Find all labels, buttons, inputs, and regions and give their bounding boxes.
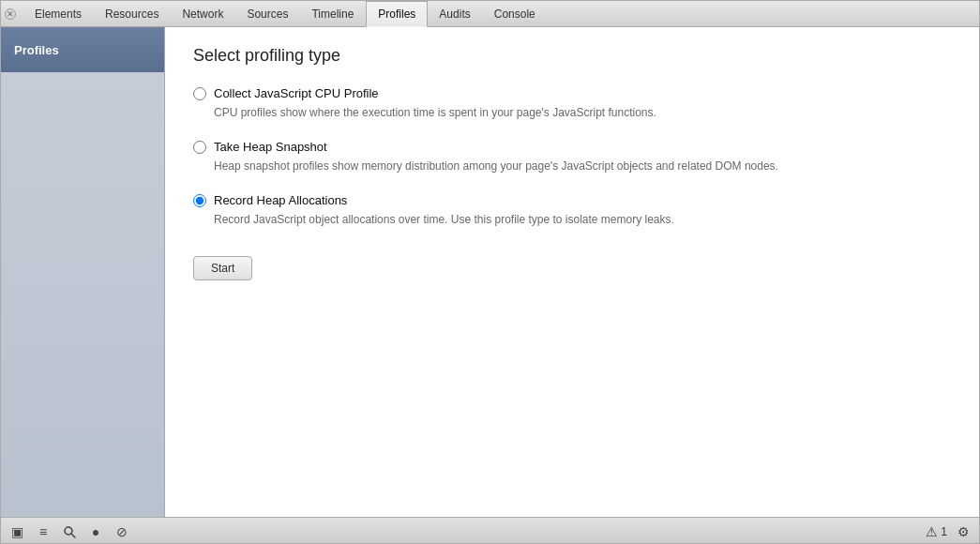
window-controls: ✕ bbox=[5, 8, 16, 20]
bottom-left-tools: ▣ ≡ ● ⊘ bbox=[7, 521, 132, 542]
option-cpu-label[interactable]: Collect JavaScript CPU Profile bbox=[193, 86, 951, 100]
option-cpu-title: Collect JavaScript CPU Profile bbox=[214, 86, 379, 100]
tab-sources[interactable]: Sources bbox=[235, 1, 300, 27]
close-button[interactable]: ✕ bbox=[5, 8, 16, 20]
tab-timeline[interactable]: Timeline bbox=[300, 1, 366, 27]
option-heap-alloc: Record Heap Allocations Record JavaScrip… bbox=[193, 193, 951, 228]
drawer-toggle-button[interactable]: ▣ bbox=[7, 521, 27, 542]
option-cpu-desc: CPU profiles show where the execution ti… bbox=[214, 104, 951, 121]
section-title: Select profiling type bbox=[193, 46, 951, 66]
record-button[interactable]: ● bbox=[85, 521, 106, 542]
settings-button[interactable]: ⚙ bbox=[953, 521, 973, 542]
warning-count: 1 bbox=[941, 525, 947, 538]
option-heap-alloc-title: Record Heap Allocations bbox=[214, 193, 347, 207]
stop-record-button[interactable]: ⊘ bbox=[112, 521, 132, 542]
option-heap-snapshot: Take Heap Snapshot Heap snapshot profile… bbox=[193, 140, 951, 174]
tab-bar: ✕ Elements Resources Network Sources Tim… bbox=[1, 1, 979, 27]
svg-line-1 bbox=[71, 534, 75, 537]
main-layout: Profiles Select profiling type Collect J… bbox=[1, 27, 979, 517]
sidebar-title: Profiles bbox=[14, 43, 59, 57]
sidebar-header: Profiles bbox=[1, 27, 164, 72]
warning-badge: ⚠ 1 bbox=[926, 524, 947, 539]
tab-resources[interactable]: Resources bbox=[94, 1, 171, 27]
radio-cpu[interactable] bbox=[193, 87, 206, 100]
option-heap-alloc-label[interactable]: Record Heap Allocations bbox=[193, 193, 951, 207]
warning-icon: ⚠ bbox=[926, 524, 938, 539]
console-prompt-button[interactable]: ≡ bbox=[33, 521, 53, 542]
bottom-toolbar: ▣ ≡ ● ⊘ ⚠ 1 ⚙ bbox=[1, 517, 979, 544]
option-heap-alloc-desc: Record JavaScript object allocations ove… bbox=[214, 211, 951, 228]
tab-audits[interactable]: Audits bbox=[428, 1, 482, 27]
content-panel: Select profiling type Collect JavaScript… bbox=[165, 27, 979, 517]
bottom-right-tools: ⚠ 1 ⚙ bbox=[926, 521, 973, 542]
start-button[interactable]: Start bbox=[193, 256, 252, 280]
tab-console[interactable]: Console bbox=[483, 1, 548, 27]
option-heap-snapshot-label[interactable]: Take Heap Snapshot bbox=[193, 140, 951, 154]
radio-heap-alloc[interactable] bbox=[193, 194, 206, 207]
option-cpu: Collect JavaScript CPU Profile CPU profi… bbox=[193, 86, 951, 121]
option-heap-snapshot-desc: Heap snapshot profiles show memory distr… bbox=[214, 158, 951, 174]
sidebar: Profiles bbox=[1, 27, 165, 517]
option-heap-snapshot-title: Take Heap Snapshot bbox=[214, 140, 327, 154]
tab-elements[interactable]: Elements bbox=[23, 1, 94, 27]
search-button[interactable] bbox=[59, 521, 80, 542]
tab-profiles[interactable]: Profiles bbox=[366, 1, 428, 27]
tab-network[interactable]: Network bbox=[171, 1, 235, 27]
radio-heap-snapshot[interactable] bbox=[193, 141, 206, 154]
